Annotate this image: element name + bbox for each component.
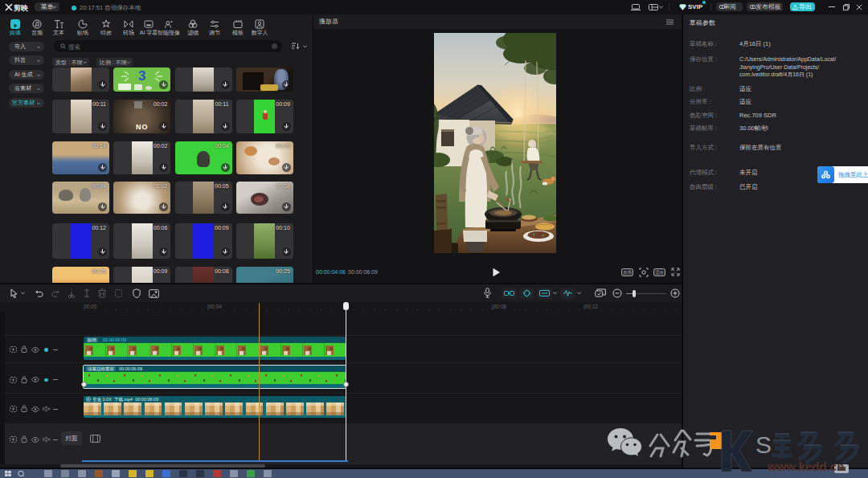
svg-text:S: S	[755, 431, 772, 458]
svg-text:适应: 适应	[655, 270, 665, 275]
svg-text:www.kedd.cn: www.kedd.cn	[767, 460, 844, 473]
svg-text:原画: 原画	[623, 270, 633, 275]
